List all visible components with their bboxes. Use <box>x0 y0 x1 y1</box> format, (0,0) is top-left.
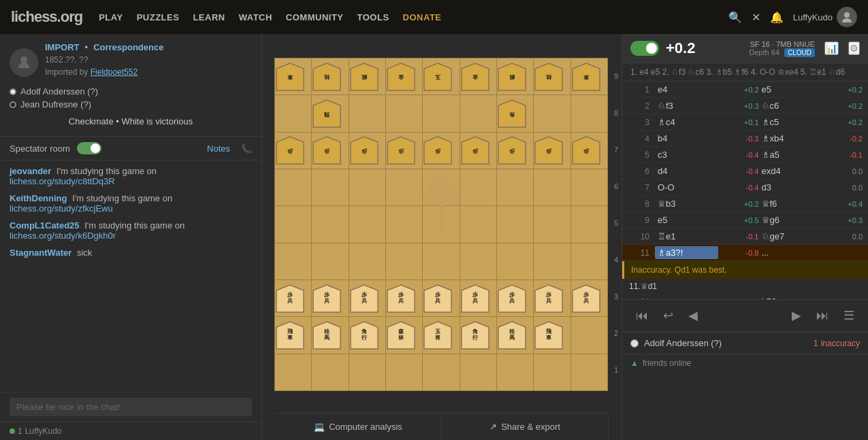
spectator-toggle[interactable] <box>77 142 101 154</box>
move-8-white[interactable]: ♕b3 <box>655 197 718 210</box>
board-cell[interactable] <box>423 95 460 132</box>
board-cell[interactable] <box>534 354 570 390</box>
board-cell[interactable] <box>385 206 422 243</box>
board-cell[interactable] <box>570 206 607 243</box>
board-cell[interactable] <box>349 243 385 280</box>
move-breadcrumb[interactable]: 1. e4 e5 2. ♘f3 ♘c6 3. ♗b5 ♗f6 4. O-O ♔x… <box>622 63 868 82</box>
board-cell[interactable] <box>349 354 385 390</box>
move-1-white[interactable]: e4 <box>655 83 718 96</box>
board-cell[interactable] <box>312 206 349 243</box>
board-cell[interactable]: 歩兵 <box>349 280 385 316</box>
board-cell[interactable]: 銀 <box>496 58 533 95</box>
board-cell[interactable]: 桂 <box>312 58 349 95</box>
board-cell[interactable] <box>534 206 570 243</box>
move-7-black[interactable]: d3 <box>759 181 822 194</box>
move-4-black[interactable]: ♗xb4 <box>759 132 822 145</box>
board-cell[interactable] <box>496 243 533 280</box>
board-cell[interactable] <box>460 169 496 205</box>
board-cell[interactable] <box>460 243 496 280</box>
board-cell[interactable] <box>460 95 496 132</box>
chat-link-1[interactable]: lichess.org/study/zfkcjEwu <box>10 203 252 214</box>
board-cell[interactable] <box>460 206 496 243</box>
move-4-white[interactable]: b4 <box>655 132 718 145</box>
board-cell[interactable]: 玉将 <box>423 317 460 354</box>
board-cell[interactable]: 歩兵 <box>275 280 312 316</box>
computer-analysis-button[interactable]: 💻 Computer analysis <box>275 413 442 440</box>
board-cell[interactable]: 歩兵 <box>385 280 422 316</box>
move-3-white[interactable]: ♗c4 <box>655 116 718 129</box>
chat-link-0[interactable]: lichess.org/study/c8ttDq3R <box>10 176 252 186</box>
board-cell[interactable] <box>385 354 422 390</box>
board-cell[interactable]: 角行 <box>460 317 496 354</box>
board-cell[interactable] <box>312 243 349 280</box>
move-3-black[interactable]: ♗c5 <box>759 116 822 129</box>
site-logo[interactable]: lichess.org <box>11 8 82 26</box>
phone-icon[interactable]: 📞 <box>241 143 252 154</box>
first-move-button[interactable]: ⏮ <box>630 306 654 326</box>
board-cell[interactable]: 歩 <box>312 132 349 169</box>
board-cell[interactable]: 歩 <box>423 132 460 169</box>
board-cell[interactable] <box>423 243 460 280</box>
board-cell[interactable] <box>496 169 533 205</box>
board-cell[interactable]: 歩兵 <box>460 280 496 316</box>
board-cell[interactable]: 森林 <box>385 317 422 354</box>
board-cell[interactable]: 歩 <box>570 132 607 169</box>
board-cell[interactable]: 歩 <box>349 132 385 169</box>
close-button[interactable]: ✕ <box>752 11 760 24</box>
board-cell[interactable] <box>275 169 312 205</box>
board-cell[interactable] <box>423 169 460 205</box>
move-9-black[interactable]: ♕g6 <box>759 214 822 226</box>
board-cell[interactable] <box>349 169 385 205</box>
board-cell[interactable] <box>349 206 385 243</box>
board-cell[interactable]: 歩 <box>496 132 533 169</box>
board-cell[interactable]: 金 <box>385 58 422 95</box>
move-2-black[interactable]: ♘c6 <box>759 99 822 112</box>
board-cell[interactable] <box>570 243 607 280</box>
move-2-white[interactable]: ♘f3 <box>655 99 718 112</box>
importer-link[interactable]: Fieldpoet552 <box>91 67 138 77</box>
move-9-white[interactable]: e5 <box>655 214 718 226</box>
board-cell[interactable]: 飛 <box>312 95 349 132</box>
board-cell[interactable]: 車 <box>275 58 312 95</box>
share-export-button[interactable]: ↗ Share & export <box>442 413 609 440</box>
board-cell[interactable] <box>496 354 533 390</box>
board-cell[interactable] <box>423 206 460 243</box>
move-10-black[interactable]: ♘ge7 <box>759 230 822 243</box>
board-cell[interactable] <box>275 206 312 243</box>
board-cell[interactable]: 車 <box>570 58 607 95</box>
correspondence-link[interactable]: Correspondence <box>93 42 163 52</box>
engine-settings-button[interactable]: ⚙ <box>848 41 860 55</box>
board-cell[interactable] <box>385 169 422 205</box>
board-cell[interactable]: 歩 <box>385 132 422 169</box>
board-cell[interactable]: 歩兵 <box>312 280 349 316</box>
move-7-white[interactable]: O-O <box>655 181 718 194</box>
board-cell[interactable]: 歩 <box>275 132 312 169</box>
board-cell[interactable] <box>534 169 570 205</box>
board-cell[interactable] <box>496 206 533 243</box>
board-cell[interactable] <box>570 95 607 132</box>
board-cell[interactable]: 歩兵 <box>534 280 570 316</box>
board-cell[interactable] <box>534 95 570 132</box>
move-8-black[interactable]: ♕f6 <box>759 197 822 210</box>
board-cell[interactable] <box>385 243 422 280</box>
nav-watch[interactable]: WATCH <box>239 12 272 22</box>
move-1-black[interactable]: e5 <box>759 83 822 96</box>
board-cell[interactable]: 角 <box>496 95 533 132</box>
move-5-black[interactable]: ♗a5 <box>759 148 822 161</box>
next-move-button[interactable]: ▶ <box>786 305 807 326</box>
user-menu[interactable]: LuffyKudo <box>793 7 857 27</box>
board-cell[interactable]: 玉 <box>423 58 460 95</box>
board-cell[interactable]: 金 <box>460 58 496 95</box>
search-button[interactable]: 🔍 <box>728 11 742 24</box>
nav-play[interactable]: PLAY <box>99 12 123 22</box>
board-cell[interactable]: 飛車 <box>534 317 570 354</box>
board-cell[interactable]: 歩兵 <box>496 280 533 316</box>
nav-learn[interactable]: LEARN <box>193 12 225 22</box>
move-6-white[interactable]: d4 <box>655 165 718 177</box>
board-cell[interactable]: 桂馬 <box>312 317 349 354</box>
board-cell[interactable] <box>349 95 385 132</box>
engine-toggle[interactable] <box>630 41 659 56</box>
move-5-white[interactable]: c3 <box>655 148 718 161</box>
board-cell[interactable]: 角行 <box>349 317 385 354</box>
nav-community[interactable]: COMMUNITY <box>286 12 344 22</box>
